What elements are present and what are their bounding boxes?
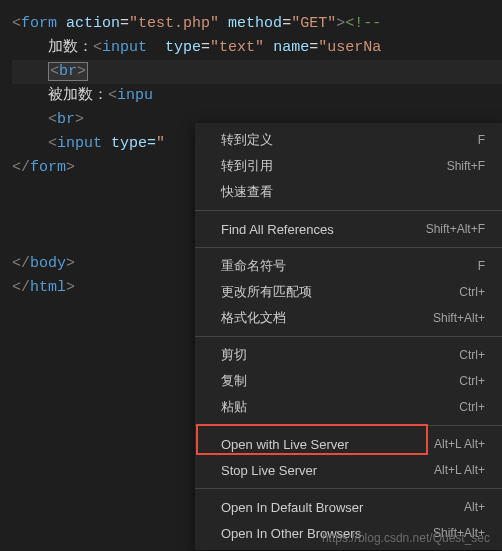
menu-change-all[interactable]: 更改所有匹配项 Ctrl+ bbox=[195, 279, 502, 305]
menu-separator bbox=[195, 488, 502, 489]
menu-shortcut: F bbox=[478, 133, 485, 147]
code-line-2: 加数：<input type="text" name="userNa bbox=[12, 36, 502, 60]
menu-separator bbox=[195, 425, 502, 426]
menu-label: 转到定义 bbox=[221, 131, 273, 149]
menu-shortcut: Alt+L Alt+ bbox=[434, 463, 485, 477]
menu-separator bbox=[195, 210, 502, 211]
menu-shortcut: Shift+F bbox=[447, 159, 485, 173]
watermark-text: https://blog.csdn.net/Quest_sec bbox=[322, 531, 490, 545]
menu-label: Open In Default Browser bbox=[221, 500, 363, 515]
menu-label: 更改所有匹配项 bbox=[221, 283, 312, 301]
menu-open-live-server[interactable]: Open with Live Server Alt+L Alt+ bbox=[195, 431, 502, 457]
menu-shortcut: Ctrl+ bbox=[459, 348, 485, 362]
menu-copy[interactable]: 复制 Ctrl+ bbox=[195, 368, 502, 394]
menu-shortcut: Ctrl+ bbox=[459, 400, 485, 414]
menu-label: 重命名符号 bbox=[221, 257, 286, 275]
code-line-1: <form action="test.php" method="GET"><!-… bbox=[12, 12, 502, 36]
menu-separator bbox=[195, 336, 502, 337]
menu-label: Open with Live Server bbox=[221, 437, 349, 452]
menu-find-all-refs[interactable]: Find All References Shift+Alt+F bbox=[195, 216, 502, 242]
menu-cut[interactable]: 剪切 Ctrl+ bbox=[195, 342, 502, 368]
menu-shortcut: Alt+ bbox=[464, 500, 485, 514]
menu-shortcut: Shift+Alt+ bbox=[433, 311, 485, 325]
menu-label: 转到引用 bbox=[221, 157, 273, 175]
menu-label: Find All References bbox=[221, 222, 334, 237]
menu-label: 剪切 bbox=[221, 346, 247, 364]
menu-open-default-browser[interactable]: Open In Default Browser Alt+ bbox=[195, 494, 502, 520]
code-line-4: 被加数：<inpu bbox=[12, 84, 502, 108]
context-menu: 转到定义 F 转到引用 Shift+F 快速查看 Find All Refere… bbox=[195, 123, 502, 550]
menu-format-document[interactable]: 格式化文档 Shift+Alt+ bbox=[195, 305, 502, 331]
menu-shortcut: Ctrl+ bbox=[459, 285, 485, 299]
menu-label: 粘贴 bbox=[221, 398, 247, 416]
menu-shortcut: Alt+L Alt+ bbox=[434, 437, 485, 451]
menu-shortcut: Ctrl+ bbox=[459, 374, 485, 388]
menu-stop-live-server[interactable]: Stop Live Server Alt+L Alt+ bbox=[195, 457, 502, 483]
selected-br-tag: <br> bbox=[48, 62, 88, 81]
menu-shortcut: F bbox=[478, 259, 485, 273]
menu-label: 复制 bbox=[221, 372, 247, 390]
menu-separator bbox=[195, 247, 502, 248]
menu-label: 快速查看 bbox=[221, 183, 273, 201]
menu-rename-symbol[interactable]: 重命名符号 F bbox=[195, 253, 502, 279]
code-line-3: <br> bbox=[12, 60, 502, 84]
menu-goto-definition[interactable]: 转到定义 F bbox=[195, 127, 502, 153]
menu-shortcut: Shift+Alt+F bbox=[426, 222, 485, 236]
menu-goto-references[interactable]: 转到引用 Shift+F bbox=[195, 153, 502, 179]
menu-label: Stop Live Server bbox=[221, 463, 317, 478]
menu-label: 格式化文档 bbox=[221, 309, 286, 327]
menu-paste[interactable]: 粘贴 Ctrl+ bbox=[195, 394, 502, 420]
menu-peek[interactable]: 快速查看 bbox=[195, 179, 502, 205]
